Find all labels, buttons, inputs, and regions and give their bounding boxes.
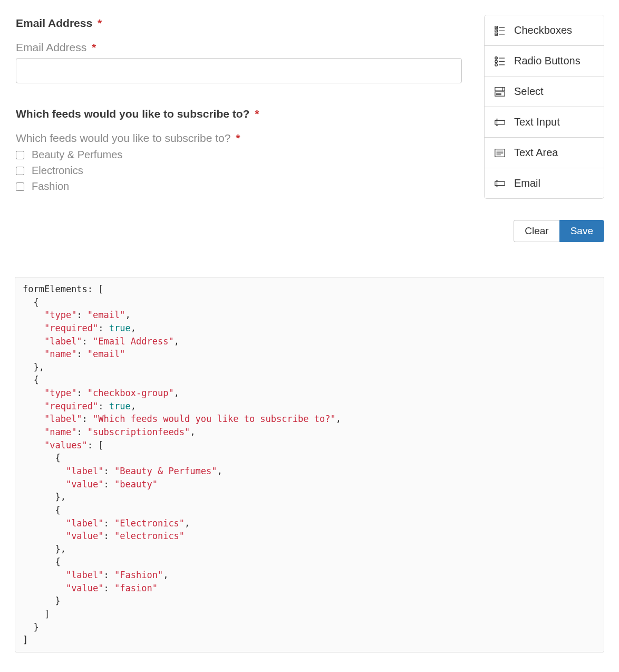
field-block-feeds[interactable]: Which feeds would you like to subscribe … bbox=[15, 105, 463, 206]
code-key: "label" bbox=[66, 466, 104, 476]
code-text: }, { bbox=[23, 362, 44, 398]
checkbox-label: Electronics bbox=[32, 165, 83, 177]
save-button[interactable]: Save bbox=[559, 220, 604, 242]
field-title: Which feeds would you like to subscribe … bbox=[16, 108, 462, 120]
email-input[interactable] bbox=[16, 58, 462, 83]
code-text: }, { bbox=[23, 544, 66, 580]
element-item-select[interactable]: Select bbox=[485, 76, 604, 107]
checkbox-input[interactable] bbox=[16, 167, 24, 175]
code-string: "subscriptionfeeds" bbox=[88, 427, 190, 437]
svg-rect-13 bbox=[495, 87, 505, 90]
element-item-checkboxes[interactable]: Checkboxes bbox=[485, 15, 604, 46]
required-mark: * bbox=[98, 17, 102, 29]
field-label-preview: Which feeds would you like to subscribe … bbox=[16, 132, 462, 145]
element-item-label: Text Area bbox=[514, 147, 558, 159]
element-item-text-input[interactable]: Text Input bbox=[485, 107, 604, 138]
svg-rect-15 bbox=[495, 92, 505, 96]
button-row: Clear Save bbox=[484, 220, 604, 242]
form-canvas: Email Address * Email Address * Which fe… bbox=[15, 15, 463, 218]
svg-point-8 bbox=[495, 60, 498, 63]
code-string: "beauty" bbox=[114, 479, 158, 489]
code-key: "value" bbox=[66, 479, 104, 489]
code-key: "type" bbox=[44, 388, 76, 398]
code-key: "type" bbox=[44, 310, 76, 320]
code-key: "name" bbox=[44, 427, 76, 437]
field-label-preview-text: Email Address bbox=[16, 41, 86, 53]
checkbox-label: Beauty & Perfumes bbox=[32, 149, 122, 161]
element-item-label: Email bbox=[514, 177, 540, 189]
code-key: "label" bbox=[44, 414, 82, 424]
svg-rect-18 bbox=[495, 120, 505, 124]
email-icon bbox=[494, 178, 506, 189]
svg-point-9 bbox=[495, 63, 498, 66]
element-item-label: Checkboxes bbox=[514, 24, 572, 36]
checkbox-option[interactable]: Beauty & Perfumes bbox=[16, 149, 462, 161]
checkbox-option[interactable]: Fashion bbox=[16, 180, 462, 193]
field-label-preview: Email Address * bbox=[16, 41, 462, 54]
code-text: } ] } ] bbox=[23, 596, 61, 645]
clear-button[interactable]: Clear bbox=[514, 220, 559, 242]
checkbox-input[interactable] bbox=[16, 151, 24, 159]
code-output: formElements: [ { "type": "email", "requ… bbox=[15, 277, 604, 652]
code-string: "fasion" bbox=[114, 583, 158, 593]
element-item-label: Select bbox=[514, 85, 544, 98]
radio-buttons-icon bbox=[494, 55, 506, 67]
field-title-text: Which feeds would you like to subscribe … bbox=[16, 108, 249, 120]
code-key: "label" bbox=[44, 336, 82, 347]
text-area-icon bbox=[494, 147, 506, 159]
element-item-text-area[interactable]: Text Area bbox=[485, 138, 604, 168]
checkbox-label: Fashion bbox=[32, 180, 69, 193]
checkbox-input[interactable] bbox=[16, 183, 24, 191]
field-block-email[interactable]: Email Address * Email Address * bbox=[15, 15, 463, 93]
code-key: "required" bbox=[44, 401, 98, 411]
code-string: "Beauty & Perfumes" bbox=[114, 466, 217, 476]
element-item-email[interactable]: Email bbox=[485, 168, 604, 198]
element-item-label: Radio Buttons bbox=[514, 55, 581, 67]
element-item-radio-buttons[interactable]: Radio Buttons bbox=[485, 46, 604, 76]
code-string: "email" bbox=[88, 349, 125, 359]
code-string: "Electronics" bbox=[114, 518, 185, 529]
element-item-label: Text Input bbox=[514, 116, 560, 128]
field-title-text: Email Address bbox=[16, 17, 92, 29]
code-key: "value" bbox=[66, 531, 104, 541]
code-string: "email" bbox=[88, 310, 125, 320]
code-string: "checkbox-group" bbox=[88, 388, 174, 398]
code-key: "name" bbox=[44, 349, 76, 359]
element-panel: Checkboxes Radio Buttons bbox=[484, 15, 604, 199]
code-string: "Which feeds would you like to subscribe… bbox=[93, 414, 336, 424]
code-key: "values" bbox=[44, 440, 88, 450]
text-input-icon bbox=[494, 117, 506, 128]
code-text: }, { bbox=[23, 492, 66, 528]
required-mark: * bbox=[92, 41, 96, 53]
field-label-preview-text: Which feeds would you like to subscribe … bbox=[16, 132, 230, 144]
code-string: "Fashion" bbox=[114, 570, 163, 580]
code-key: "label" bbox=[66, 518, 104, 529]
select-icon bbox=[494, 86, 506, 98]
required-mark: * bbox=[236, 132, 240, 144]
svg-rect-26 bbox=[495, 181, 505, 185]
checkboxes-icon bbox=[494, 25, 506, 36]
code-key: "label" bbox=[66, 570, 104, 580]
code-key: "required" bbox=[44, 323, 98, 333]
required-mark: * bbox=[255, 108, 259, 120]
checkbox-option[interactable]: Electronics bbox=[16, 165, 462, 177]
code-bool: true bbox=[109, 323, 131, 333]
code-key: "value" bbox=[66, 583, 104, 593]
svg-point-7 bbox=[496, 57, 497, 59]
code-bool: true bbox=[109, 401, 131, 411]
sidebar: Checkboxes Radio Buttons bbox=[484, 15, 604, 242]
code-string: "electronics" bbox=[114, 531, 185, 541]
field-title: Email Address * bbox=[16, 17, 462, 30]
code-string: "Email Address" bbox=[93, 336, 174, 347]
